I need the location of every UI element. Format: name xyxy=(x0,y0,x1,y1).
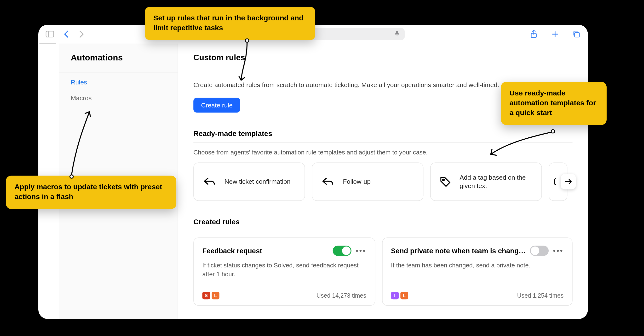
rule-description: If ticket status changes to Solved, send… xyxy=(202,261,366,279)
rule-toggle[interactable] xyxy=(332,246,351,256)
browser-back-icon[interactable] xyxy=(61,30,71,39)
tag-badge: S xyxy=(202,292,210,299)
templates-heading: Ready-made templates xyxy=(193,130,572,143)
rule-tags: I L xyxy=(391,292,408,299)
page-title: Custom rules xyxy=(193,53,572,62)
rule-description: If the team has been changed, send a pri… xyxy=(391,261,564,279)
svg-point-11 xyxy=(442,179,444,181)
template-label: Follow-up xyxy=(343,177,371,186)
template-card-add-tag[interactable]: Add a tag based on the given text xyxy=(430,162,542,201)
rule-usage: Used 1,254 times xyxy=(517,292,564,299)
reply-icon xyxy=(321,174,335,189)
rules-row: Feedback request ••• If ticket status ch… xyxy=(193,237,572,306)
mic-icon[interactable] xyxy=(394,30,400,38)
svg-rect-2 xyxy=(396,31,398,34)
template-label: Add a tag based on the given text xyxy=(460,173,533,190)
svg-rect-0 xyxy=(46,31,54,37)
more-icon[interactable]: ••• xyxy=(356,246,366,255)
rule-card-private-note[interactable]: Send private note when team is chang… ••… xyxy=(382,237,572,306)
sidebar-item-macros[interactable]: Macros xyxy=(59,88,178,104)
templates-next-button[interactable] xyxy=(560,174,576,189)
templates-sub: Choose from agents' favorite automation … xyxy=(193,149,572,156)
created-rules-heading: Created rules xyxy=(193,218,572,231)
tag-icon xyxy=(439,174,452,189)
tag-badge: L xyxy=(400,292,408,299)
reply-icon xyxy=(202,174,217,189)
tag-badge: L xyxy=(212,292,220,299)
rule-toggle[interactable] xyxy=(530,246,549,256)
rule-card-feedback[interactable]: Feedback request ••• If ticket status ch… xyxy=(193,237,375,306)
callout-left: Apply macros to update tickets with pres… xyxy=(6,176,176,209)
template-label: New ticket confirmation xyxy=(224,177,290,186)
callout-top: Set up rules that run in the background … xyxy=(145,7,315,40)
templates-row: New ticket confirmation Follow-up Add a … xyxy=(193,162,572,201)
sidebar-title: Automations xyxy=(59,53,178,72)
rule-title: Send private note when team is chang… xyxy=(391,247,526,255)
tabs-icon[interactable] xyxy=(572,30,581,39)
rule-usage: Used 14,273 times xyxy=(316,292,366,299)
sidebar-toggle-icon[interactable] xyxy=(45,30,54,39)
svg-rect-4 xyxy=(575,32,580,37)
rule-tags: S L xyxy=(202,292,220,299)
share-icon[interactable] xyxy=(529,30,538,39)
tag-badge: I xyxy=(391,292,399,299)
template-card-follow-up[interactable]: Follow-up xyxy=(312,162,423,201)
create-rule-button[interactable]: Create rule xyxy=(193,98,240,113)
new-tab-icon[interactable] xyxy=(550,30,560,39)
template-card-new-ticket[interactable]: New ticket confirmation xyxy=(193,162,305,201)
browser-forward-icon[interactable] xyxy=(77,30,86,39)
callout-right: Use ready-made automation templates for … xyxy=(501,82,606,125)
more-icon[interactable]: ••• xyxy=(553,246,564,255)
sidebar-item-rules[interactable]: Rules xyxy=(59,72,178,88)
rule-title: Feedback request xyxy=(202,247,328,255)
